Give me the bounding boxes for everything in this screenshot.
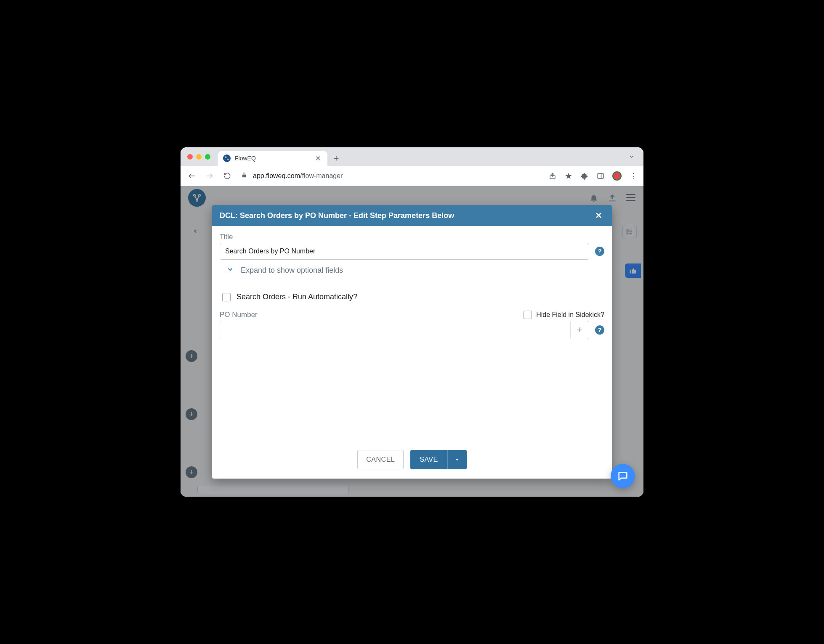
window-controls [187,154,210,160]
toolbar-actions: ★ ⋮ [548,171,639,181]
reload-button[interactable] [220,169,234,183]
maximize-window-icon[interactable] [205,154,210,160]
tab-title: FlowEQ [235,155,309,162]
po-number-add-icon[interactable]: + [570,321,589,339]
forward-button[interactable] [202,169,217,183]
minimize-window-icon[interactable] [196,154,202,160]
chat-icon [617,470,629,482]
po-number-help-icon[interactable]: ? [595,325,604,335]
browser-tab[interactable]: FlowEQ ✕ [218,151,327,166]
extensions-icon[interactable] [580,172,589,180]
title-label: Title [220,233,604,241]
tab-close-icon[interactable]: ✕ [314,154,322,163]
share-icon[interactable] [548,172,557,180]
po-number-input-wrap: + [220,321,589,339]
tab-strip: FlowEQ ✕ ＋ [181,147,643,166]
url-path: /flow-manager [300,172,343,179]
side-panel-icon[interactable] [596,172,605,180]
modal-header: DCL: Search Orders by PO Number - Edit S… [212,205,612,226]
modal-title: DCL: Search Orders by PO Number - Edit S… [220,211,454,220]
svg-marker-16 [456,459,458,461]
back-button[interactable] [185,169,199,183]
tab-favicon-icon [223,154,231,162]
url-domain: app.floweq.com [253,172,300,179]
browser-toolbar: app.floweq.com/flow-manager ★ ⋮ [181,166,643,186]
bookmark-star-icon[interactable]: ★ [564,172,573,180]
browser-menu-icon[interactable]: ⋮ [629,172,638,180]
new-tab-button[interactable]: ＋ [330,152,343,164]
edit-step-modal: DCL: Search Orders by PO Number - Edit S… [212,205,612,479]
cancel-button[interactable]: CANCEL [357,450,404,469]
modal-body: Title ? Expand to show optional fields [212,226,612,479]
expand-optional-fields-label: Expand to show optional fields [241,266,343,275]
save-button[interactable]: SAVE [410,450,467,469]
title-help-icon[interactable]: ? [595,247,604,256]
save-button-label: SAVE [420,450,447,469]
modal-close-icon[interactable]: ✕ [593,210,604,221]
browser-window: FlowEQ ✕ ＋ app.floweq.com/flow-manager ★ [181,147,643,497]
close-window-icon[interactable] [187,154,193,160]
lock-icon [241,172,247,179]
expand-optional-fields-toggle[interactable]: Expand to show optional fields [220,260,604,283]
hide-field-label: Hide Field in Sidekick? [536,311,604,319]
app-viewport: + + + DCL: Search Orders by PO Number - … [181,186,643,497]
po-number-label: PO Number [220,311,258,319]
chat-support-button[interactable] [611,464,635,488]
run-automatically-label: Search Orders - Run Automatically? [237,293,357,301]
title-input[interactable] [220,243,589,260]
hide-field-checkbox[interactable] [524,311,532,319]
save-dropdown-icon[interactable] [447,450,467,469]
address-bar[interactable]: app.floweq.com/flow-manager [250,172,545,180]
tabs-overflow-icon[interactable] [624,152,639,163]
run-automatically-checkbox[interactable] [222,293,231,301]
profile-avatar-icon[interactable] [612,171,622,181]
po-number-input[interactable] [220,321,570,339]
svg-rect-5 [598,173,603,178]
cancel-button-label: CANCEL [366,456,395,463]
modal-footer: CANCEL SAVE [227,443,597,479]
chevron-down-icon [226,266,234,275]
